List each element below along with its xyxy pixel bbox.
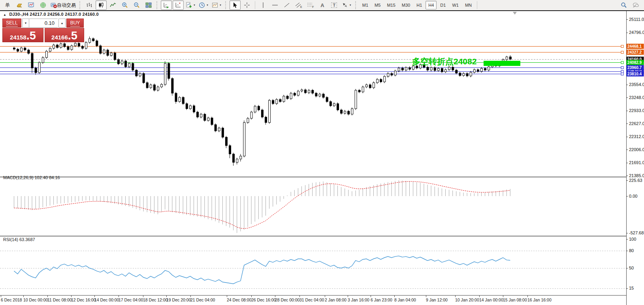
search-icon	[621, 2, 627, 8]
turning-point-annotation[interactable]: 多空转折点24082	[412, 56, 476, 67]
time-label: 21 Dec 04:00	[190, 298, 215, 302]
toolbar: 单 自动交易	[0, 0, 644, 11]
candle-body	[337, 104, 339, 110]
time-label: 18 Dec 12:00	[143, 298, 168, 302]
candle-body	[506, 57, 508, 60]
macd-indicator-label: MACD(12,26,9) 102.40 84.16	[3, 175, 60, 180]
buy-price-display[interactable]: 24166 .5	[45, 28, 84, 42]
candle-body	[21, 48, 23, 51]
timeframe-H1[interactable]: H1	[414, 1, 425, 9]
text-label-tool-button[interactable]: T	[329, 0, 340, 10]
candle-body	[189, 106, 191, 109]
candle-body	[17, 49, 19, 51]
tile-windows-button[interactable]	[143, 0, 154, 10]
vertical-line-button[interactable]	[258, 0, 269, 10]
new-chart-button[interactable]	[26, 0, 37, 10]
timeframe-MN[interactable]: MN	[462, 1, 475, 9]
search-button[interactable]	[618, 0, 629, 10]
profiles-button[interactable]	[14, 0, 25, 10]
candle-body	[85, 43, 87, 49]
symbol-period-label: DJ30-,H4	[9, 12, 28, 17]
candle-body	[171, 79, 173, 93]
candle-body	[452, 67, 454, 70]
new-chart-icon	[28, 2, 34, 8]
equidistant-channel-button[interactable]: E	[293, 0, 304, 10]
candle-body	[121, 61, 123, 64]
horizontal-line-button[interactable]	[269, 0, 281, 10]
cursor-button[interactable]	[230, 0, 241, 10]
line-end-marker	[621, 73, 623, 75]
buy-button-label: BUY	[70, 20, 80, 26]
candle-body	[64, 44, 66, 47]
signals-button[interactable]	[38, 0, 49, 10]
text-label-tool-label: T	[331, 2, 337, 8]
sell-price-int: 24158	[10, 28, 26, 41]
fibonacci-button[interactable]: F	[305, 0, 316, 10]
zoom-in-button[interactable]	[119, 0, 130, 10]
arrows-button[interactable]: ▼	[341, 0, 353, 10]
autotrading-button[interactable]: 自动交易	[49, 0, 77, 10]
candle-body	[197, 112, 199, 117]
candle-body	[459, 73, 461, 75]
bar-chart-button[interactable]	[84, 0, 95, 10]
timeframe-M5[interactable]: M5	[372, 1, 383, 9]
line-chart-button[interactable]	[107, 0, 119, 10]
sell-button[interactable]: SELL	[2, 19, 21, 28]
candle-body	[96, 41, 98, 46]
new-order-button[interactable]: 单	[2, 0, 13, 10]
chat-icon	[633, 2, 639, 8]
panel-collapse-icon[interactable]: ▲	[3, 13, 6, 17]
candle-body	[488, 67, 490, 70]
indicators-button[interactable]: ▼	[185, 0, 197, 10]
volume-input[interactable]: 0.10	[29, 19, 58, 28]
autoscroll-button[interactable]	[161, 0, 172, 10]
candle-body	[49, 48, 51, 51]
candle-body	[31, 53, 33, 68]
price-scale-label: 23554.0	[629, 82, 644, 87]
text-tool-button[interactable]: A	[317, 0, 328, 10]
timeframe-M15[interactable]: M15	[384, 1, 398, 9]
candlestick-chart-button[interactable]	[96, 0, 107, 10]
candle-body	[89, 39, 91, 43]
candle-body	[401, 68, 403, 70]
time-label: 6 Dec 2018	[1, 298, 22, 302]
timeframe-group: M1M5M15M30H1H4D1W1MN	[359, 1, 475, 9]
candle-body	[229, 146, 231, 154]
candle-body	[387, 73, 389, 76]
annotation-highlight-bar[interactable]	[484, 61, 520, 66]
candle-body	[276, 99, 278, 104]
signals-icon	[40, 2, 46, 8]
zoom-out-button[interactable]	[131, 0, 142, 10]
sell-button-label: SELL	[6, 20, 17, 26]
price-scale-label: 22006.0	[629, 147, 644, 152]
chart-shift-button[interactable]	[173, 0, 184, 10]
chart-canvas[interactable]: 25111.024796.023554.023248.022933.022627…	[0, 0, 644, 305]
chat-button[interactable]	[630, 0, 641, 10]
rsi-scale-label: 15	[629, 286, 634, 290]
periods-button[interactable]: ▼	[198, 0, 210, 10]
candle-body	[380, 79, 382, 82]
candle-body	[175, 93, 177, 101]
timeframe-M30[interactable]: M30	[399, 1, 413, 9]
timeframe-M1[interactable]: M1	[360, 1, 371, 9]
candle-body	[484, 68, 486, 70]
sell-price-display[interactable]: 24158 .5	[2, 28, 43, 42]
chart-title: ▲ DJ30-,H4 24217.0 24256.0 24137.0 24160…	[3, 12, 99, 17]
timeframe-D1[interactable]: D1	[437, 1, 448, 9]
trendline-button[interactable]	[281, 0, 292, 10]
buy-button[interactable]: BUY	[66, 19, 84, 28]
candle-body	[477, 70, 479, 71]
volume-increase-button[interactable]: ▲	[58, 19, 66, 28]
time-label: 28 Dec 00:00	[275, 298, 300, 302]
timeframe-W1[interactable]: W1	[449, 1, 461, 9]
timeframe-H4[interactable]: H4	[426, 1, 437, 9]
candle-body	[132, 64, 134, 70]
crosshair-button[interactable]	[241, 0, 252, 10]
chart-shift-marker-icon[interactable]	[513, 12, 517, 15]
time-label: 3 Jan 16:00	[348, 298, 369, 302]
volume-decrease-button[interactable]: ▼	[22, 19, 29, 28]
candle-body	[114, 53, 116, 60]
line-chart-icon	[110, 2, 116, 8]
candle-body	[456, 70, 458, 73]
templates-button[interactable]: ▼	[211, 0, 223, 10]
